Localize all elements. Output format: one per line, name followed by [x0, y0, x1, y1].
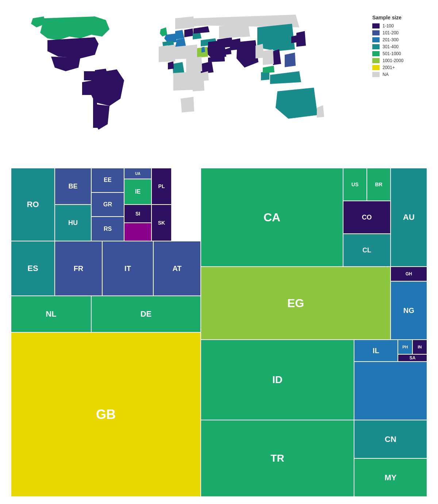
- cell-BE: BE: [55, 168, 91, 205]
- cell-PL: PL: [151, 168, 172, 205]
- treemap-container: RO BE HU EE GR: [11, 168, 427, 497]
- cell-RS: RS: [91, 217, 124, 241]
- treemap-left-row1: RO BE HU EE GR: [11, 168, 201, 241]
- col-GH-NG: GH NG: [391, 267, 427, 340]
- cell-IN: IN: [412, 340, 427, 354]
- col-UA-IE: UA IE: [124, 168, 151, 205]
- treemap-right-row3: ID IL PH: [201, 340, 427, 420]
- col-CN-MY: CN MY: [354, 420, 427, 497]
- legend-label-3: 201-300: [383, 37, 399, 42]
- treemap-right: CA US BR CO CL: [201, 168, 427, 497]
- cell-BR: BR: [367, 168, 391, 201]
- legend-label-5: 501-1000: [383, 51, 401, 56]
- legend-color-na: [372, 72, 380, 77]
- cell-RO: RO: [11, 168, 55, 241]
- col-SI: SI: [124, 205, 151, 241]
- treemap-left: RO BE HU EE GR: [11, 168, 201, 497]
- col-IL-PH-IN-SA: IL PH IN: [354, 340, 427, 420]
- cell-EE: EE: [91, 168, 124, 192]
- treemap-right-row2: EG GH NG: [201, 267, 427, 340]
- cell-SK: SK: [151, 205, 172, 241]
- cell-CO: CO: [343, 201, 391, 234]
- cell-EG: EG: [201, 267, 391, 340]
- cell-TR: TR: [201, 420, 354, 497]
- cell-IL-ext: [354, 362, 427, 420]
- cell-SA: SA: [398, 354, 427, 362]
- legend-item-1: 1-100: [372, 23, 431, 28]
- legend-color-1: [372, 23, 380, 28]
- legend-color-2: [372, 30, 380, 35]
- legend-item-6: 1001-2000: [372, 58, 431, 63]
- cell-DE: DE: [91, 296, 201, 332]
- cell-AT: AT: [153, 241, 201, 296]
- cell-PH: PH: [398, 340, 412, 354]
- cell-CA: CA: [201, 168, 343, 267]
- col-IE: UA IE SI: [124, 168, 151, 241]
- col-PL: PL SK: [151, 168, 172, 241]
- legend-color-6: [372, 58, 380, 63]
- legend-label-1: 1-100: [383, 23, 394, 28]
- col-US-BR-CO-CL: US BR CO CL: [343, 168, 391, 267]
- cell-NL: NL: [11, 296, 91, 332]
- legend-color-5: [372, 51, 380, 56]
- legend-label-6: 1001-2000: [383, 58, 403, 63]
- cell-GH: GH: [391, 267, 427, 281]
- legend-item-na: NA: [372, 72, 431, 77]
- us-br-row: US BR: [343, 168, 391, 201]
- col-PH-IN-SA: PH IN SA: [398, 340, 427, 362]
- legend-color-7: [372, 65, 380, 70]
- treemap-left-row2: ES FR IT AT: [11, 241, 201, 296]
- ph-in-row2: PH IN: [398, 340, 427, 354]
- cell-IL: IL: [354, 340, 398, 362]
- legend-label-na: NA: [383, 72, 389, 77]
- treemap-left-row3: NL DE: [11, 296, 201, 332]
- cell-CN: CN: [354, 420, 427, 458]
- legend-label-7: 2001+: [383, 65, 395, 70]
- cell-IT: IT: [102, 241, 153, 296]
- cell-CL: CL: [343, 234, 391, 267]
- legend-label-4: 301-400: [383, 44, 399, 49]
- treemap-left-row4: GB: [11, 332, 201, 497]
- treemap-section: RO BE HU EE GR: [0, 161, 438, 504]
- legend-label-2: 101-200: [383, 30, 399, 35]
- cell-HU: HU: [55, 205, 91, 241]
- cell-UA: UA: [124, 168, 151, 179]
- legend-item-3: 201-300: [372, 37, 431, 42]
- legend-color-4: [372, 44, 380, 49]
- map-legend: Sample size 1-100 101-200 201-300 301-40…: [369, 7, 434, 86]
- cell-IE: IE: [124, 179, 151, 205]
- cell-SI: SI: [124, 205, 151, 223]
- cell-GB: GB: [11, 332, 201, 497]
- cell-FR: FR: [55, 241, 102, 296]
- cell-GR: GR: [91, 192, 124, 217]
- legend-color-3: [372, 37, 380, 42]
- col-EE: EE GR RS: [91, 168, 124, 241]
- map-section: Sample size 1-100 101-200 201-300 301-40…: [0, 0, 438, 153]
- legend-item-2: 101-200: [372, 30, 431, 35]
- cell-US: US: [343, 168, 367, 201]
- legend-item-7: 2001+: [372, 65, 431, 70]
- cell-ID: ID: [201, 340, 354, 420]
- ph-in-row: IL PH IN: [354, 340, 427, 362]
- cell-SK-sub: [124, 223, 151, 241]
- cell-NG: NG: [391, 281, 427, 340]
- cell-AU: AU: [391, 168, 427, 267]
- treemap-right-row1: CA US BR CO CL: [201, 168, 427, 267]
- treemap-right-row4: TR CN MY: [201, 420, 427, 497]
- col-BE: BE HU: [55, 168, 91, 241]
- cell-ES: ES: [11, 241, 55, 296]
- legend-title: Sample size: [372, 15, 431, 20]
- legend-item-4: 301-400: [372, 44, 431, 49]
- cell-MY: MY: [354, 458, 427, 497]
- legend-item-5: 501-1000: [372, 51, 431, 56]
- world-map: [4, 7, 369, 146]
